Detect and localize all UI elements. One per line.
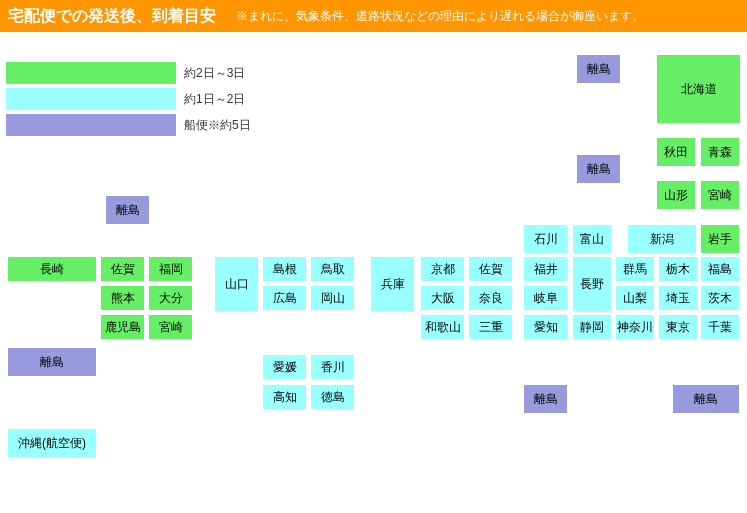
region-saga: 佐賀 (100, 256, 145, 282)
region-island: 離島 (7, 347, 97, 377)
region-yamanashi: 山梨 (615, 285, 655, 311)
region-chiba: 千葉 (700, 314, 740, 340)
legend-item: 船便※約5日 (6, 114, 251, 136)
region-nara: 奈良 (468, 285, 513, 311)
region-ishikawa: 石川 (523, 224, 568, 254)
region-gunma: 群馬 (615, 256, 655, 282)
legend-item: 約1日～2日 (6, 88, 251, 110)
region-miyazaki: 宮崎 (148, 314, 193, 340)
region-iwate: 岩手 (700, 224, 740, 254)
region-saga-c: 佐賀 (468, 256, 513, 282)
region-shimane: 島根 (262, 256, 307, 282)
region-osaka: 大阪 (420, 285, 465, 311)
header-bar: 宅配便での発送後、到着目安 ※まれに、気象条件、道路状況などの理由により遅れる場… (0, 0, 747, 32)
region-island: 離島 (105, 195, 150, 225)
region-kyoto: 京都 (420, 256, 465, 282)
region-island: 離島 (576, 54, 621, 84)
region-island: 離島 (523, 384, 568, 414)
legend-label: 約2日～3日 (184, 65, 245, 82)
region-island: 離島 (672, 384, 740, 414)
region-kochi: 高知 (262, 384, 307, 410)
header-note: ※まれに、気象条件、道路状況などの理由により遅れる場合が御座います。 (236, 8, 644, 25)
region-nagano: 長野 (572, 256, 612, 312)
region-mie: 三重 (468, 314, 513, 340)
region-akita: 秋田 (656, 137, 696, 167)
region-hyogo: 兵庫 (370, 256, 415, 312)
region-tochigi: 栃木 (658, 256, 698, 282)
region-ehime: 愛媛 (262, 354, 307, 380)
region-tokushima: 徳島 (310, 384, 355, 410)
region-fukuoka: 福岡 (148, 256, 193, 282)
region-fukui: 福井 (523, 256, 568, 282)
region-shizuoka: 静岡 (572, 314, 612, 340)
region-tokyo: 東京 (658, 314, 698, 340)
legend-swatch-purple (6, 114, 176, 136)
region-tottori: 鳥取 (310, 256, 355, 282)
region-aomori: 青森 (700, 137, 740, 167)
region-aichi: 愛知 (523, 314, 568, 340)
page-title: 宅配便での発送後、到着目安 (8, 6, 216, 27)
region-saitama: 埼玉 (658, 285, 698, 311)
region-hokkaido: 北海道 (656, 54, 741, 124)
region-okinawa: 沖縄(航空便) (7, 428, 97, 458)
region-oita: 大分 (148, 285, 193, 311)
region-yamaguchi: 山口 (214, 256, 259, 312)
region-wakayama: 和歌山 (420, 314, 465, 340)
region-yamagata: 山形 (656, 180, 696, 210)
region-kanagawa: 神奈川 (615, 314, 655, 340)
region-kagawa: 香川 (310, 354, 355, 380)
region-miyazaki-tohoku: 宮崎 (700, 180, 740, 210)
region-niigata: 新潟 (627, 224, 697, 254)
delivery-map: 約2日～3日 約1日～2日 船便※約5日 離島 北海道 秋田 青森 離島 山形 … (0, 32, 747, 462)
legend-label: 約1日～2日 (184, 91, 245, 108)
region-kagoshima: 鹿児島 (100, 314, 145, 340)
region-nagasaki: 長崎 (7, 256, 97, 282)
region-fukushima: 福島 (700, 256, 740, 282)
legend: 約2日～3日 約1日～2日 船便※約5日 (6, 62, 251, 140)
region-kumamoto: 熊本 (100, 285, 145, 311)
region-okayama: 岡山 (310, 285, 355, 311)
region-hiroshima: 広島 (262, 285, 307, 311)
region-toyama: 富山 (572, 224, 612, 254)
region-gifu: 岐阜 (523, 285, 568, 311)
legend-swatch-green (6, 62, 176, 84)
region-ibaraki: 茨木 (700, 285, 740, 311)
legend-item: 約2日～3日 (6, 62, 251, 84)
legend-label: 船便※約5日 (184, 117, 251, 134)
legend-swatch-cyan (6, 88, 176, 110)
region-island: 離島 (576, 154, 621, 184)
